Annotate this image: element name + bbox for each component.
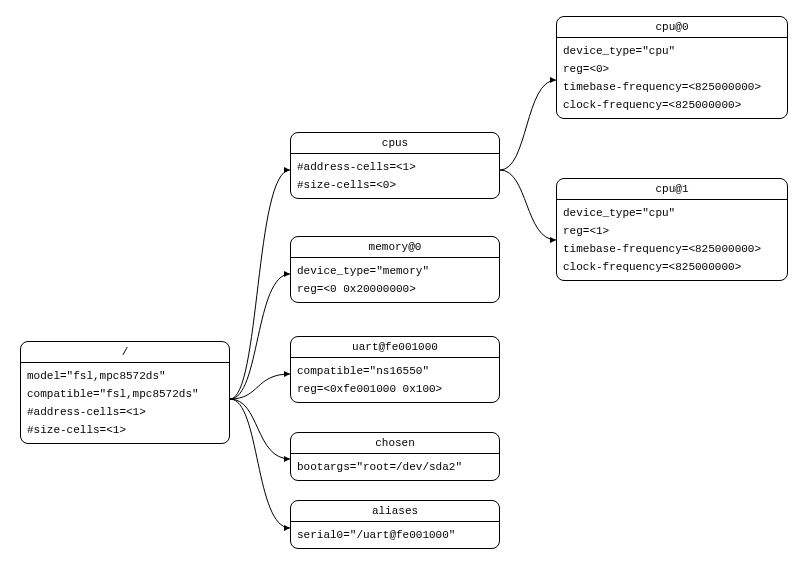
node-memory-title: memory@0 <box>291 237 499 258</box>
node-root-body: model="fsl,mpc8572ds" compatible="fsl,mp… <box>21 363 229 443</box>
prop-compatible: compatible="fsl,mpc8572ds" <box>27 385 223 403</box>
prop-uart-compatible: compatible="ns16550" <box>297 362 493 380</box>
node-cpu1-title: cpu@1 <box>557 179 787 200</box>
prop-cpu0-timebase: timebase-frequency=<825000000> <box>563 78 781 96</box>
prop-cpu1-reg: reg=<1> <box>563 222 781 240</box>
node-cpu0-body: device_type="cpu" reg=<0> timebase-frequ… <box>557 38 787 118</box>
prop-cpus-address-cells: #address-cells=<1> <box>297 158 493 176</box>
prop-memory-device-type: device_type="memory" <box>297 262 493 280</box>
node-memory: memory@0 device_type="memory" reg=<0 0x2… <box>290 236 500 303</box>
node-cpus-title: cpus <box>291 133 499 154</box>
prop-cpus-size-cells: #size-cells=<0> <box>297 176 493 194</box>
node-aliases: aliases serial0="/uart@fe001000" <box>290 500 500 549</box>
prop-uart-reg: reg=<0xfe001000 0x100> <box>297 380 493 398</box>
prop-size-cells: #size-cells=<1> <box>27 421 223 439</box>
node-chosen-body: bootargs="root=/dev/sda2" <box>291 454 499 480</box>
node-cpu1-body: device_type="cpu" reg=<1> timebase-frequ… <box>557 200 787 280</box>
node-cpus: cpus #address-cells=<1> #size-cells=<0> <box>290 132 500 199</box>
node-uart: uart@fe001000 compatible="ns16550" reg=<… <box>290 336 500 403</box>
prop-cpu0-clock: clock-frequency=<825000000> <box>563 96 781 114</box>
prop-cpu1-timebase: timebase-frequency=<825000000> <box>563 240 781 258</box>
prop-cpu0-reg: reg=<0> <box>563 60 781 78</box>
prop-address-cells: #address-cells=<1> <box>27 403 223 421</box>
prop-memory-reg: reg=<0 0x20000000> <box>297 280 493 298</box>
node-chosen-title: chosen <box>291 433 499 454</box>
prop-aliases-serial0: serial0="/uart@fe001000" <box>297 526 493 544</box>
node-cpus-body: #address-cells=<1> #size-cells=<0> <box>291 154 499 198</box>
node-root-title: / <box>21 342 229 363</box>
prop-cpu1-device-type: device_type="cpu" <box>563 204 781 222</box>
prop-chosen-bootargs: bootargs="root=/dev/sda2" <box>297 458 493 476</box>
node-aliases-title: aliases <box>291 501 499 522</box>
node-root: / model="fsl,mpc8572ds" compatible="fsl,… <box>20 341 230 444</box>
node-cpu1: cpu@1 device_type="cpu" reg=<1> timebase… <box>556 178 788 281</box>
node-cpu0: cpu@0 device_type="cpu" reg=<0> timebase… <box>556 16 788 119</box>
node-uart-title: uart@fe001000 <box>291 337 499 358</box>
prop-cpu1-clock: clock-frequency=<825000000> <box>563 258 781 276</box>
node-chosen: chosen bootargs="root=/dev/sda2" <box>290 432 500 481</box>
node-memory-body: device_type="memory" reg=<0 0x20000000> <box>291 258 499 302</box>
node-uart-body: compatible="ns16550" reg=<0xfe001000 0x1… <box>291 358 499 402</box>
node-aliases-body: serial0="/uart@fe001000" <box>291 522 499 548</box>
prop-cpu0-device-type: device_type="cpu" <box>563 42 781 60</box>
node-cpu0-title: cpu@0 <box>557 17 787 38</box>
prop-model: model="fsl,mpc8572ds" <box>27 367 223 385</box>
